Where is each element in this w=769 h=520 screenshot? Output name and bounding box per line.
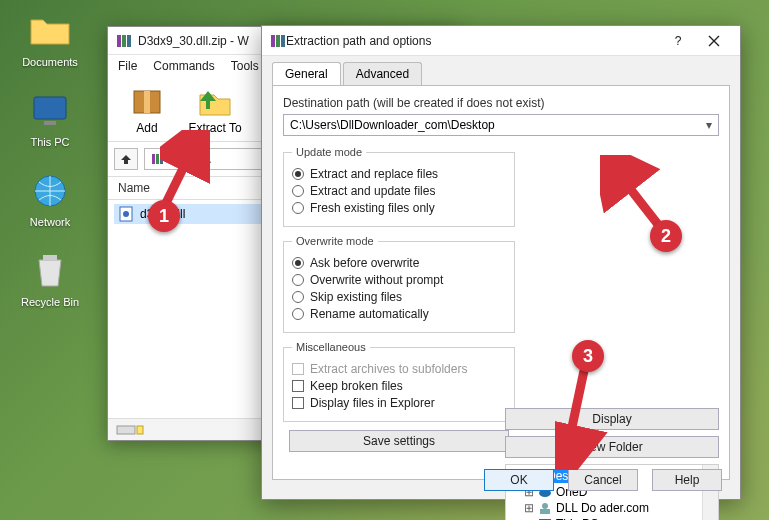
archive-add-icon <box>129 83 165 119</box>
svg-rect-15 <box>137 426 143 434</box>
checkbox-icon <box>292 363 304 375</box>
extract-icon <box>197 83 233 119</box>
svg-point-13 <box>123 211 129 217</box>
display-button[interactable]: Display <box>505 408 719 430</box>
destination-path-input[interactable]: C:\Users\DllDownloader_com\Desktop ▾ <box>283 114 719 136</box>
svg-rect-0 <box>34 97 66 119</box>
help-button[interactable]: Help <box>652 469 722 491</box>
dialog-tabs: General Advanced <box>262 56 740 85</box>
overwrite-opt-rename[interactable]: Rename automatically <box>292 307 506 321</box>
expand-icon[interactable]: ⊞ <box>524 501 534 515</box>
tree-node-icon <box>538 502 552 514</box>
desktop-icon-label: Network <box>30 216 70 228</box>
dialog-title: Extraction path and options <box>286 34 660 48</box>
save-settings-button[interactable]: Save settings <box>289 430 509 452</box>
desktop-icon-this-pc[interactable]: This PC <box>8 90 92 148</box>
ok-button[interactable]: OK <box>484 469 554 491</box>
svg-rect-11 <box>160 154 163 164</box>
step-badge-1: 1 <box>148 200 180 232</box>
update-legend: Update mode <box>292 146 366 158</box>
misc-opt-keep-broken[interactable]: Keep broken files <box>292 379 506 393</box>
dialog-titlebar[interactable]: Extraction path and options ? <box>262 26 740 56</box>
overwrite-opt-ask[interactable]: Ask before overwrite <box>292 256 506 270</box>
help-icon[interactable]: ? <box>660 29 696 53</box>
desktop-icon-network[interactable]: Network <box>8 170 92 228</box>
toolbar-extract-to[interactable]: Extract To <box>186 83 244 135</box>
toolbar-extract-label: Extract To <box>188 121 241 135</box>
radio-icon <box>292 291 304 303</box>
folder-icon <box>29 10 71 52</box>
svg-rect-17 <box>276 35 280 47</box>
books-icon <box>116 33 132 49</box>
update-mode-group: Update mode Extract and replace files Ex… <box>283 146 515 227</box>
desktop-icons: Documents This PC Network Recycle Bin <box>8 10 92 330</box>
extract-dialog: Extraction path and options ? General Ad… <box>261 25 741 500</box>
checkbox-icon <box>292 397 304 409</box>
dialog-panel: Destination path (will be created if doe… <box>272 85 730 480</box>
chevron-down-icon: ▾ <box>706 118 712 132</box>
books-icon <box>151 152 165 166</box>
globe-icon <box>29 170 71 212</box>
menu-tools[interactable]: Tools <box>231 59 259 73</box>
svg-rect-14 <box>117 426 135 434</box>
svg-rect-10 <box>156 154 159 164</box>
tab-general[interactable]: General <box>272 62 341 85</box>
destination-path-value: C:\Users\DllDownloader_com\Desktop <box>290 118 495 132</box>
update-opt-fresh[interactable]: Fresh existing files only <box>292 201 506 215</box>
new-folder-button[interactable]: New Folder <box>505 436 719 458</box>
overwrite-opt-without-prompt[interactable]: Overwrite without prompt <box>292 273 506 287</box>
overwrite-mode-group: Overwrite mode Ask before overwrite Over… <box>283 235 515 333</box>
tree-node-label: DLL Do ader.com <box>556 501 649 515</box>
menu-file[interactable]: File <box>118 59 137 73</box>
step-badge-2: 2 <box>650 220 682 252</box>
step-badge-3: 3 <box>572 340 604 372</box>
path-up-button[interactable] <box>114 148 138 170</box>
radio-icon <box>292 185 304 197</box>
dialog-buttons: OK Cancel Help <box>262 469 740 491</box>
dll-file-icon <box>118 206 134 222</box>
svg-rect-3 <box>43 255 57 260</box>
overwrite-opt-skip[interactable]: Skip existing files <box>292 290 506 304</box>
tab-advanced[interactable]: Advanced <box>343 62 422 85</box>
path-text: dx9_30. <box>169 152 212 166</box>
misc-legend: Miscellaneous <box>292 341 370 353</box>
tree-node[interactable]: ⊞DLL Do ader.com <box>508 500 716 516</box>
svg-point-22 <box>542 503 548 509</box>
books-icon <box>270 33 286 49</box>
overwrite-legend: Overwrite mode <box>292 235 378 247</box>
update-opt-update[interactable]: Extract and update files <box>292 184 506 198</box>
checkbox-icon <box>292 380 304 392</box>
desktop-icon-label: This PC <box>30 136 69 148</box>
svg-rect-4 <box>117 35 121 47</box>
trash-icon <box>29 250 71 292</box>
svg-rect-6 <box>127 35 131 47</box>
svg-rect-23 <box>540 509 550 514</box>
svg-rect-8 <box>144 91 150 113</box>
svg-rect-16 <box>271 35 275 47</box>
status-drive-icon <box>116 423 144 437</box>
cancel-button[interactable]: Cancel <box>568 469 638 491</box>
misc-group: Miscellaneous Extract archives to subfol… <box>283 341 515 422</box>
misc-opt-subfolders: Extract archives to subfolders <box>292 362 506 376</box>
desktop-icon-documents[interactable]: Documents <box>8 10 92 68</box>
svg-rect-5 <box>122 35 126 47</box>
radio-icon <box>292 308 304 320</box>
svg-rect-1 <box>44 121 56 125</box>
radio-icon <box>292 274 304 286</box>
svg-rect-18 <box>281 35 285 47</box>
desktop-icon-label: Documents <box>22 56 78 68</box>
radio-icon <box>292 257 304 269</box>
menu-commands[interactable]: Commands <box>153 59 214 73</box>
radio-icon <box>292 202 304 214</box>
radio-icon <box>292 168 304 180</box>
desktop-icon-label: Recycle Bin <box>21 296 79 308</box>
desktop-icon-recycle-bin[interactable]: Recycle Bin <box>8 250 92 308</box>
pc-icon <box>29 90 71 132</box>
close-icon[interactable] <box>696 29 732 53</box>
misc-opt-display-explorer[interactable]: Display files in Explorer <box>292 396 506 410</box>
toolbar-add-label: Add <box>136 121 157 135</box>
destination-label: Destination path (will be created if doe… <box>283 96 719 110</box>
update-opt-replace[interactable]: Extract and replace files <box>292 167 506 181</box>
tree-node[interactable]: ⊟This PC <box>508 516 716 520</box>
toolbar-add[interactable]: Add <box>118 83 176 135</box>
